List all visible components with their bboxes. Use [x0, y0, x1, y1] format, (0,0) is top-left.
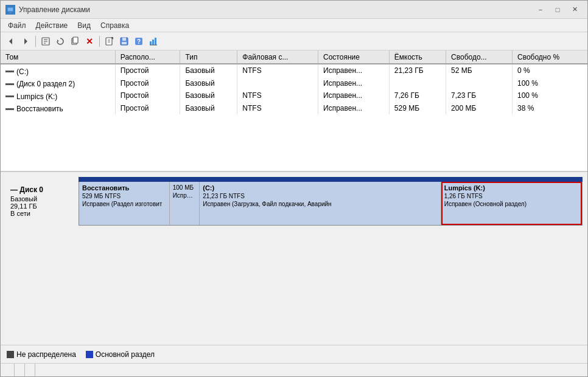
cell-capacity: 21,23 ГБ: [389, 64, 446, 77]
cell-capacity: 7,26 ГБ: [389, 89, 446, 102]
svg-rect-18: [122, 42, 127, 44]
table-row[interactable]: ВосстановитьПростойБазовыйNTFSИсправен..…: [1, 102, 587, 115]
refresh-button[interactable]: [54, 35, 67, 48]
cell-status: Исправен...: [318, 102, 390, 115]
col-free-percent[interactable]: Свободно %: [512, 50, 587, 64]
menu-file[interactable]: Файл: [3, 20, 31, 31]
partition-100mb-size: 100 МБ: [173, 184, 197, 192]
cell-type: Базовый: [180, 102, 237, 115]
table-area: Том Располо... Тип Файловая с... Состоян…: [1, 50, 587, 172]
new-button[interactable]: [103, 35, 116, 48]
cell-status: Исправен...: [318, 77, 390, 90]
col-free[interactable]: Свободо...: [446, 50, 513, 64]
chart-button[interactable]: [147, 35, 160, 48]
status-segment-2: [15, 364, 25, 376]
menu-action[interactable]: Действие: [31, 20, 73, 31]
table-row[interactable]: (C:)ПростойБазовыйNTFSИсправен...21,23 Г…: [1, 64, 587, 77]
svg-marker-3: [9, 38, 12, 44]
table-row[interactable]: (Диск 0 раздел 2)ПростойБазовыйИсправен.…: [1, 77, 587, 90]
disk-0-bar-top: [79, 177, 583, 182]
cell-free: 200 МБ: [446, 102, 513, 115]
disk-0-status: В сети: [10, 210, 74, 217]
cell-name: Восстановить: [1, 102, 115, 115]
back-button[interactable]: [4, 35, 18, 48]
disk-0-name: — Диск 0: [10, 185, 74, 194]
legend-unallocated-box: [7, 351, 14, 358]
disk-0-entry: — Диск 0 Базовый 29,11 ГБ В сети Восстан…: [5, 177, 583, 226]
cell-free: [446, 77, 513, 90]
cell-location: Простой: [115, 77, 180, 90]
svg-rect-11: [73, 37, 78, 43]
col-filesystem[interactable]: Файловая с...: [237, 50, 318, 64]
disk-map-area: — Диск 0 Базовый 29,11 ГБ В сети Восстан…: [1, 172, 587, 345]
svg-rect-17: [122, 38, 126, 41]
cell-free-percent: 100 %: [512, 77, 587, 90]
menu-view[interactable]: Вид: [72, 20, 96, 31]
cell-name: (Диск 0 раздел 2): [1, 77, 115, 90]
window-controls: − □ ✕: [533, 4, 583, 16]
close-button[interactable]: ✕: [567, 4, 583, 16]
svg-rect-21: [150, 41, 152, 45]
cell-free: 7,23 ГБ: [446, 89, 513, 102]
cell-free-percent: 38 %: [512, 102, 587, 115]
col-capacity[interactable]: Ёмкость: [389, 50, 446, 64]
svg-rect-12: [106, 38, 112, 45]
cell-filesystem: [237, 77, 318, 90]
partition-restore[interactable]: Восстановить 529 МБ NTFS Исправен (Разде…: [79, 182, 170, 225]
help-button[interactable]: ?: [132, 35, 145, 48]
partition-restore-status: Исправен (Раздел изготовит: [82, 200, 166, 208]
cell-free-percent: 100 %: [512, 89, 587, 102]
table-row[interactable]: Lumpics (K:)ПростойБазовыйNTFSИсправен..…: [1, 89, 587, 102]
main-content: Том Располо... Тип Файловая с... Состоян…: [1, 50, 587, 363]
svg-rect-22: [152, 40, 154, 45]
status-segment-1: [4, 364, 15, 376]
properties-button[interactable]: [39, 35, 52, 48]
cell-status: Исправен...: [318, 89, 390, 102]
cell-capacity: 529 МБ: [389, 102, 446, 115]
disk-0-size: 29,11 ГБ: [10, 202, 74, 210]
cell-free: 52 МБ: [446, 64, 513, 77]
col-type[interactable]: Тип: [180, 50, 237, 64]
disk-0-label: — Диск 0 Базовый 29,11 ГБ В сети: [5, 177, 79, 226]
partition-c-status: Исправен (Загрузка, Файл подкачки, Авари…: [203, 200, 437, 208]
cell-filesystem: NTFS: [237, 64, 318, 77]
cell-filesystem: NTFS: [237, 102, 318, 115]
app-icon: [5, 5, 15, 15]
menu-help[interactable]: Справка: [96, 20, 134, 31]
legend-area: Не распределена Основной раздел: [1, 345, 587, 363]
delete-button[interactable]: ✕: [83, 35, 96, 48]
legend-primary: Основной раздел: [86, 350, 155, 359]
cell-location: Простой: [115, 64, 180, 77]
cell-filesystem: NTFS: [237, 89, 318, 102]
col-location[interactable]: Располо...: [115, 50, 180, 64]
cell-status: Исправен...: [318, 64, 390, 77]
svg-rect-2: [9, 12, 12, 13]
copy-button[interactable]: [68, 35, 82, 48]
maximize-button[interactable]: □: [550, 4, 565, 16]
col-status[interactable]: Состояние: [318, 50, 390, 64]
status-bar: [1, 363, 587, 376]
legend-unallocated: Не распределена: [7, 350, 76, 359]
main-window: Управление дисками − □ ✕ Файл Действие В…: [0, 0, 588, 377]
save-button[interactable]: [117, 35, 131, 48]
legend-primary-box: [86, 351, 93, 358]
partition-k[interactable]: Lumpics (K:) 1,26 ГБ NTFS Исправен (Осно…: [441, 182, 582, 225]
cell-capacity: [389, 77, 446, 90]
cell-type: Базовый: [180, 77, 237, 90]
partition-c-size: 21,23 ГБ NTFS: [203, 192, 437, 200]
forward-button[interactable]: [19, 35, 32, 48]
status-segment-3: [25, 364, 35, 376]
minimize-button[interactable]: −: [533, 4, 548, 16]
col-tom[interactable]: Том: [1, 50, 115, 64]
toolbar-separator-2: [99, 36, 100, 47]
legend-primary-label: Основной раздел: [96, 350, 155, 359]
partition-100mb[interactable]: 100 МБ Исправен (Шифров: [170, 182, 200, 225]
svg-rect-1: [8, 8, 13, 11]
partition-100mb-status: Исправен (Шифров: [173, 192, 197, 199]
disk-0-visual: Восстановить 529 МБ NTFS Исправен (Разде…: [79, 177, 583, 226]
volumes-table: Том Располо... Тип Файловая с... Состоян…: [1, 50, 587, 114]
partition-c[interactable]: (C:) 21,23 ГБ NTFS Исправен (Загрузка, Ф…: [200, 182, 441, 225]
cell-location: Простой: [115, 102, 180, 115]
cell-type: Базовый: [180, 89, 237, 102]
partition-c-name: (C:): [203, 184, 437, 192]
